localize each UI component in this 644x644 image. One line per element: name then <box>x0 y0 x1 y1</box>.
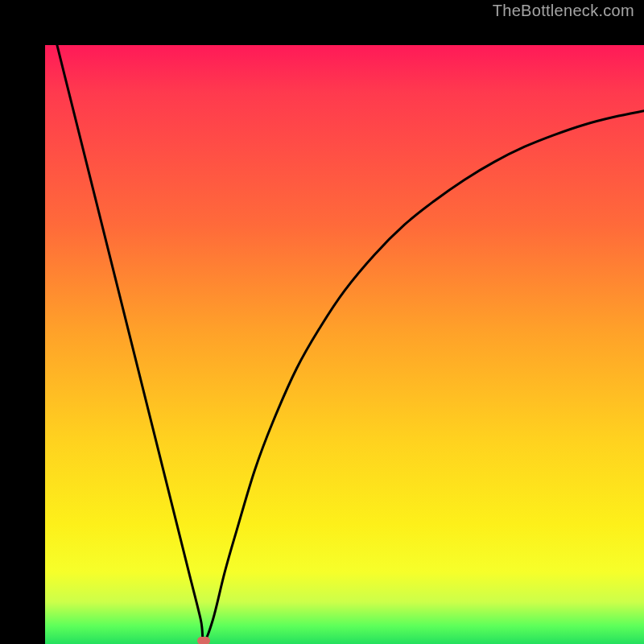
chart-frame <box>0 0 644 644</box>
bottleneck-curve <box>45 45 644 644</box>
plot-area <box>45 45 644 644</box>
optimum-marker <box>197 637 210 644</box>
watermark-text: TheBottleneck.com <box>493 2 634 20</box>
